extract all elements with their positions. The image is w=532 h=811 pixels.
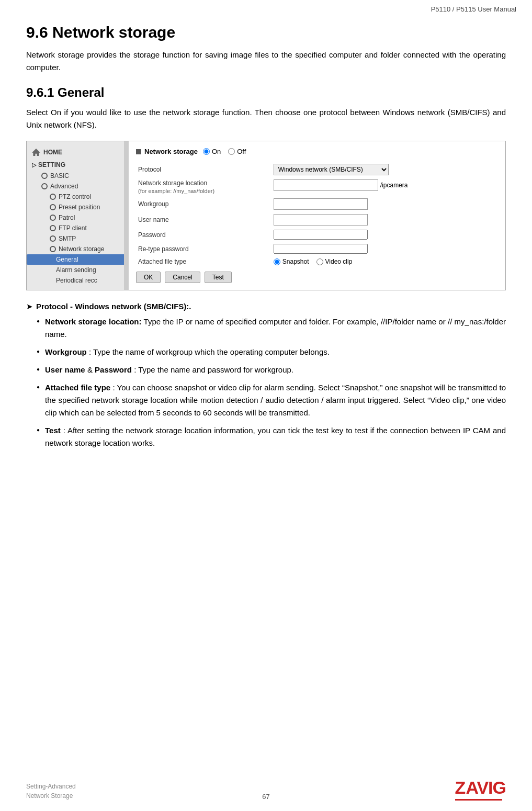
- gear-icon: [41, 183, 48, 189]
- settings-form-table: Protocol Windows network (SMB/CIFS) Netw…: [136, 162, 498, 267]
- net-location-suffix: /ipcamera: [380, 182, 408, 189]
- test-desc: : After setting the network storage loca…: [45, 426, 506, 447]
- smtp-label: SMTP: [59, 235, 76, 242]
- workgroup-input-cell: [271, 196, 498, 212]
- protocol-label: Protocol: [136, 162, 271, 177]
- net-location-input-cell: /ipcamera: [271, 177, 498, 196]
- workgroup-label: Workgroup: [136, 196, 271, 212]
- sidebar-ptz[interactable]: PTZ control: [27, 192, 128, 202]
- net-location-wrapper: /ipcamera: [274, 179, 496, 191]
- sub-intro-paragraph: Select On if you would like to use the n…: [26, 106, 506, 131]
- net-location-input[interactable]: [274, 179, 378, 191]
- on-off-radio-group: On Off: [203, 148, 253, 155]
- gear-icon: [41, 173, 48, 179]
- username-input-cell: [271, 212, 498, 228]
- preset-label: Preset position: [59, 204, 100, 211]
- basic-label: BASIC: [50, 172, 69, 179]
- sidebar-preset[interactable]: Preset position: [27, 202, 128, 212]
- on-radio[interactable]: [203, 148, 210, 155]
- logo-avig: AVIG: [466, 778, 506, 798]
- example-text: (for example: //my_nas/folder): [138, 188, 267, 194]
- footer-line1: Setting-Advanced: [26, 782, 76, 791]
- logo-underline: [455, 799, 502, 801]
- net-location-bold: Network storage location:: [45, 317, 142, 326]
- on-radio-label[interactable]: On: [203, 148, 221, 155]
- gear-icon: [50, 246, 56, 252]
- filetype-desc: : You can choose snapshot or video clip …: [45, 383, 506, 417]
- home-icon: [32, 149, 40, 156]
- filetype-bold: Attached file type: [45, 383, 110, 392]
- cancel-button[interactable]: Cancel: [165, 272, 200, 283]
- sidebar-ftp[interactable]: FTP client: [27, 223, 128, 233]
- password-input[interactable]: [274, 230, 368, 240]
- sidebar-periodical[interactable]: Periodical recc: [27, 275, 128, 286]
- advanced-label: Advanced: [50, 183, 78, 190]
- videoclip-radio[interactable]: [316, 258, 323, 265]
- intro-paragraph: Network storage provides the storage fun…: [26, 49, 506, 74]
- feature-list: Network storage location: Type the IP or…: [26, 316, 506, 449]
- off-text: Off: [237, 148, 246, 155]
- sidebar-smtp[interactable]: SMTP: [27, 233, 128, 244]
- page-header: P5110 / P5115 User Manual: [0, 0, 532, 15]
- off-radio[interactable]: [228, 148, 235, 155]
- username-row: User name: [136, 212, 498, 228]
- snapshot-radio[interactable]: [274, 258, 280, 265]
- footer-logo: Z AVIG: [455, 778, 506, 801]
- sub-section-title: 9.6.1 General: [26, 85, 506, 100]
- retype-input[interactable]: [274, 244, 368, 254]
- network-storage-label: Network storage: [59, 245, 104, 253]
- logo-container: Z AVIG: [455, 778, 506, 801]
- sidebar-patrol[interactable]: Patrol: [27, 212, 128, 223]
- filetype-label: Attached file type: [136, 256, 271, 267]
- periodical-label: Periodical recc: [56, 277, 97, 284]
- page-content: 9.6 Network storage Network storage prov…: [0, 15, 532, 497]
- alarm-sending-label: Alarm sending: [56, 266, 96, 274]
- workgroup-input[interactable]: [274, 198, 368, 210]
- ui-screenshot: HOME ▷ SETTING BASIC Advanced PTZ contro…: [26, 141, 506, 290]
- protocol-arrow-item: ➤ Protocol - Windows network (SMB/CIFS):…: [26, 302, 506, 311]
- list-item-test: Test : After setting the network storage…: [37, 424, 506, 449]
- ok-button[interactable]: OK: [136, 272, 161, 283]
- password-input-cell: [271, 228, 498, 242]
- off-radio-label[interactable]: Off: [228, 148, 246, 155]
- sidebar-alarm-sending[interactable]: Alarm sending: [27, 265, 128, 275]
- network-storage-toggle-row: Network storage On Off: [136, 148, 498, 155]
- general-label: General: [56, 256, 78, 263]
- sidebar-item-advanced[interactable]: Advanced: [27, 181, 128, 192]
- test-button[interactable]: Test: [205, 272, 232, 283]
- videoclip-label[interactable]: Video clip: [316, 258, 353, 265]
- protocol-bold-text: Protocol - Windows network (SMB/CIFS):.: [36, 302, 191, 311]
- page-footer: Setting-Advanced Network Storage 67 Z AV…: [0, 778, 532, 801]
- file-type-radio-group: Snapshot Video clip: [274, 258, 496, 265]
- workgroup-row: Workgroup: [136, 196, 498, 212]
- sidebar-item-basic[interactable]: BASIC: [27, 171, 128, 181]
- test-bold: Test: [45, 426, 61, 435]
- password-desc: : Type the name and password for workgro…: [134, 365, 293, 374]
- on-text: On: [212, 148, 221, 155]
- filetype-options-cell: Snapshot Video clip: [271, 256, 498, 267]
- footer-left: Setting-Advanced Network Storage: [26, 782, 76, 801]
- sidebar-home[interactable]: HOME: [27, 145, 128, 159]
- protocol-select[interactable]: Windows network (SMB/CIFS): [274, 164, 389, 175]
- ptz-label: PTZ control: [59, 193, 91, 200]
- workgroup-desc: : Type the name of workgroup which the o…: [89, 347, 330, 356]
- password-row: Password: [136, 228, 498, 242]
- gear-icon: [50, 225, 56, 231]
- manual-title: P5110 / P5115 User Manual: [431, 5, 516, 13]
- username-label: User name: [136, 212, 271, 228]
- gear-icon: [50, 204, 56, 210]
- section-title: 9.6 Network storage: [26, 24, 506, 41]
- username-bold: User name: [45, 365, 85, 374]
- username-input[interactable]: [274, 214, 368, 226]
- gear-icon: [50, 194, 56, 200]
- password-label: Password: [136, 228, 271, 242]
- videoclip-text: Video clip: [325, 258, 353, 265]
- filetype-row: Attached file type Snapshot Video clip: [136, 256, 498, 267]
- protocol-value-cell: Windows network (SMB/CIFS): [271, 162, 498, 177]
- sidebar-network-storage[interactable]: Network storage: [27, 244, 128, 254]
- snapshot-label[interactable]: Snapshot: [274, 258, 309, 265]
- list-item-filetype: Attached file type : You can choose snap…: [37, 381, 506, 419]
- retype-password-row: Re-type password: [136, 242, 498, 256]
- bullet-section: ➤ Protocol - Windows network (SMB/CIFS):…: [26, 302, 506, 449]
- sidebar-general[interactable]: General: [27, 254, 128, 265]
